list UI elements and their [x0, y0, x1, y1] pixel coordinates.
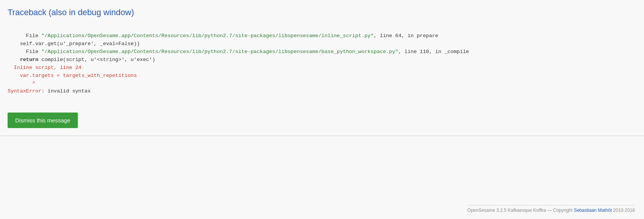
- traceback-container: Traceback (also in debug window) File "/…: [0, 0, 644, 136]
- line1-prefix: File: [20, 33, 41, 39]
- traceback-body: File "/Applications/OpenSesame.app/Conte…: [8, 24, 633, 103]
- line8-keyword: SyntaxError: [8, 88, 41, 94]
- dismiss-button[interactable]: Dismiss this message: [8, 113, 78, 128]
- line1-suffix: , line 64, in prepare: [374, 33, 438, 39]
- line6: var.targets = targets_with_repetitions: [8, 73, 137, 78]
- line4-rest: compile(script, u'<string>', u'exec'): [38, 57, 155, 63]
- traceback-title: Traceback (also in debug window): [8, 8, 633, 17]
- line4-keyword: return: [8, 57, 38, 63]
- line2: self.var.get(u'_prepare', _eval=False)): [8, 41, 140, 47]
- line8-rest: : invalid syntax: [41, 88, 91, 94]
- line7: ^: [8, 80, 35, 86]
- line3-prefix: File: [20, 49, 41, 55]
- footer-year: 2010-2018: [612, 208, 635, 213]
- line3-path: "/Applications/OpenSesame.app/Contents/R…: [41, 49, 398, 55]
- line1-path: "/Applications/OpenSesame.app/Contents/R…: [41, 33, 374, 39]
- footer: OpenSesame 3.2.5 Kafkaesque Koffka — Cop…: [467, 205, 635, 213]
- footer-text: OpenSesame 3.2.5 Kafkaesque Koffka — Cop…: [467, 208, 574, 213]
- line3-suffix: , line 110, in _compile: [398, 49, 469, 55]
- line5: Inline script, line 24: [8, 65, 81, 70]
- footer-link[interactable]: Sebastiaan Mathôt: [574, 208, 612, 213]
